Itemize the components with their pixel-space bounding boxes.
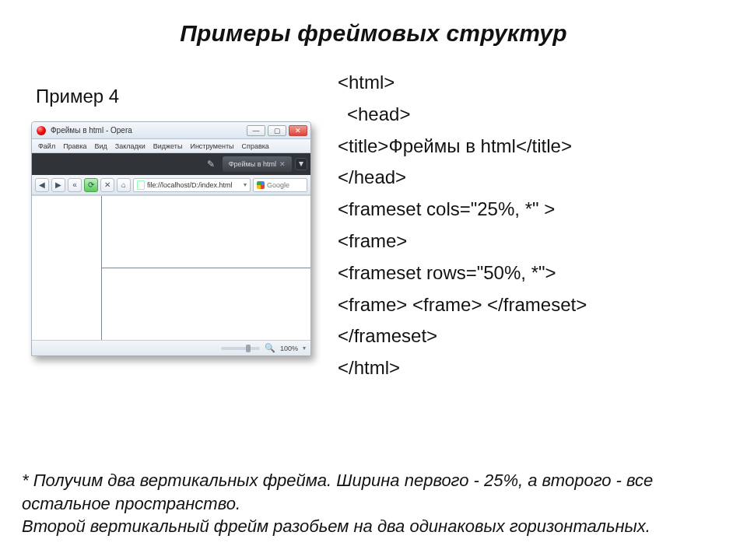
frame-left (32, 196, 102, 340)
menu-item[interactable]: Правка (63, 142, 86, 150)
example-heading: Пример 4 (36, 86, 319, 107)
left-column: Пример 4 Фреймы в html - Opera — ▢ ✕ Фай… (31, 62, 319, 356)
browser-titlebar[interactable]: Фреймы в html - Opera — ▢ ✕ (32, 122, 310, 139)
code-line: <head> (338, 99, 716, 131)
code-line: <frame> <frame> </frameset> (338, 289, 716, 321)
zoom-value: 100% (280, 345, 298, 352)
footnote-line: * Получим два вертикальных фрейма. Ширин… (22, 469, 716, 515)
search-placeholder: Google (267, 181, 289, 189)
home-button[interactable]: ⌂ (117, 178, 131, 192)
reload-button[interactable]: ⟳ (84, 178, 98, 192)
wrench-icon[interactable]: ✎ (204, 157, 218, 171)
browser-menubar: Файл Правка Вид Закладки Виджеты Инструм… (32, 139, 310, 153)
menu-item[interactable]: Закладки (115, 142, 146, 150)
forward-button[interactable]: ▶ (51, 178, 65, 192)
slide-title: Примеры фреймовых структур (31, 20, 716, 47)
slide: Примеры фреймовых структур Пример 4 Фрей… (0, 0, 747, 560)
code-line: <frameset cols="25%, *" > (338, 194, 716, 226)
frame-top (102, 196, 311, 268)
browser-window: Фреймы в html - Opera — ▢ ✕ Файл Правка … (31, 121, 311, 356)
frame-right-set (102, 196, 311, 340)
minimize-button[interactable]: — (247, 125, 265, 136)
maximize-button[interactable]: ▢ (268, 125, 286, 136)
opera-icon (37, 126, 46, 135)
menu-item[interactable]: Справка (242, 142, 269, 150)
code-line: <frame> (338, 226, 716, 257)
chevron-down-icon[interactable]: ▾ (244, 181, 247, 188)
code-line: <frameset rows="50%, *"> (338, 257, 716, 289)
browser-viewport (32, 195, 310, 340)
browser-address-bar: ◀ ▶ « ⟳ ✕ ⌂ file://localhost/D:/index.ht… (32, 175, 310, 195)
address-field[interactable]: file://localhost/D:/index.html ▾ (133, 178, 251, 192)
google-icon (257, 181, 265, 189)
frame-bottom (102, 268, 311, 341)
code-line: <html> (338, 67, 716, 99)
back-button[interactable]: ◀ (35, 178, 49, 192)
browser-statusbar: 🔍 100% ▾ (32, 340, 310, 355)
window-buttons: — ▢ ✕ (247, 125, 307, 136)
magnify-icon[interactable]: 🔍 (265, 343, 275, 353)
footnote: * Получим два вертикальных фрейма. Ширин… (22, 469, 716, 538)
browser-tab[interactable]: Фреймы в html ✕ (223, 156, 292, 172)
browser-tabbar: ✎ Фреймы в html ✕ ▾ (32, 153, 310, 175)
stop-button[interactable]: ✕ (100, 178, 114, 192)
rewind-button[interactable]: « (68, 178, 82, 192)
menu-item[interactable]: Инструменты (190, 142, 233, 150)
menu-item[interactable]: Виджеты (153, 142, 183, 150)
page-icon (137, 180, 145, 190)
tab-label: Фреймы в html (229, 160, 276, 168)
chevron-down-icon[interactable]: ▾ (303, 345, 306, 352)
tab-close-icon[interactable]: ✕ (279, 160, 286, 168)
url-text: file://localhost/D:/index.html (147, 181, 233, 189)
footnote-line: Второй вертикальный фрейм разобьем на дв… (22, 515, 716, 538)
close-button[interactable]: ✕ (289, 125, 307, 136)
code-line: </head> (338, 162, 716, 194)
menu-item[interactable]: Файл (38, 142, 55, 150)
search-field[interactable]: Google (253, 178, 307, 192)
window-title: Фреймы в html - Opera (51, 126, 247, 135)
content-row: Пример 4 Фреймы в html - Opera — ▢ ✕ Фай… (31, 62, 716, 384)
code-line: <title>Фреймы в html</title> (338, 131, 716, 163)
code-listing: <html> <head> <title>Фреймы в html</titl… (338, 62, 716, 384)
new-tab-button[interactable]: ▾ (295, 158, 307, 170)
code-line: </html> (338, 352, 716, 384)
zoom-slider[interactable] (221, 347, 260, 350)
code-line: </frameset> (338, 320, 716, 352)
menu-item[interactable]: Вид (95, 142, 107, 150)
